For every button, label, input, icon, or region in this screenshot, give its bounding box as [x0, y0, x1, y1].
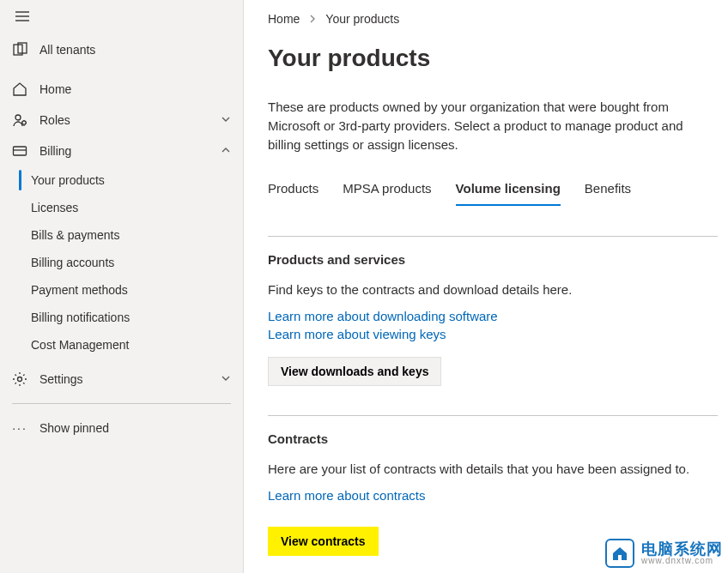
tenants-icon	[12, 42, 27, 57]
nav-home[interactable]: Home	[0, 74, 243, 105]
section-body: Here are your list of contracts with det…	[268, 461, 728, 476]
nav-sub-label: Bills & payments	[31, 228, 119, 242]
nav-sub-cost-management[interactable]: Cost Management	[0, 331, 243, 359]
nav-roles[interactable]: Roles	[0, 105, 243, 136]
roles-icon	[12, 112, 27, 128]
watermark-icon	[605, 539, 634, 568]
section-heading: Products and services	[268, 252, 728, 267]
section-products-services: Products and services Find keys to the c…	[268, 236, 728, 386]
nav-sub-label: Your products	[31, 173, 105, 187]
section-heading: Contracts	[268, 431, 728, 446]
section-rule	[268, 415, 718, 416]
nav-all-tenants[interactable]: All tenants	[0, 34, 243, 65]
nav-show-pinned[interactable]: ··· Show pinned	[0, 413, 243, 443]
chevron-down-icon	[221, 113, 231, 127]
view-contracts-button[interactable]: View contracts	[268, 527, 379, 556]
nav-sub-your-products[interactable]: Your products	[0, 166, 243, 194]
svg-rect-10	[618, 555, 622, 560]
home-icon	[12, 81, 27, 97]
section-body: Find keys to the contracts and download …	[268, 282, 728, 297]
tab-label: Products	[268, 181, 318, 196]
svg-rect-7	[14, 147, 27, 155]
tab-mpsa-products[interactable]: MPSA products	[343, 176, 431, 206]
nav-label: Settings	[39, 372, 221, 386]
divider	[12, 403, 231, 404]
watermark: 电脑系统网 www.dnxtw.com	[605, 539, 723, 568]
nav-billing[interactable]: Billing	[0, 136, 243, 166]
nav-sub-licenses[interactable]: Licenses	[0, 194, 243, 221]
nav-label: Home	[39, 82, 231, 96]
tab-label: Volume licensing	[456, 181, 561, 196]
nav-label: Show pinned	[39, 421, 231, 435]
nav-settings[interactable]: Settings	[0, 364, 243, 395]
breadcrumb-current: Your products	[325, 12, 399, 26]
main-content: Home Your products Your products These a…	[244, 0, 728, 573]
chevron-up-icon	[221, 144, 231, 158]
nav-sub-label: Billing notifications	[31, 311, 130, 324]
chevron-down-icon	[221, 372, 231, 386]
nav-sub-billing-notifications[interactable]: Billing notifications	[0, 304, 243, 331]
svg-point-6	[22, 121, 26, 124]
billing-icon	[12, 143, 27, 159]
nav-sub-payment-methods[interactable]: Payment methods	[0, 276, 243, 304]
tab-volume-licensing[interactable]: Volume licensing	[456, 176, 561, 206]
watermark-cn: 电脑系统网	[641, 541, 723, 557]
gear-icon	[12, 371, 27, 387]
nav-sub-label: Licenses	[31, 201, 78, 214]
svg-point-5	[15, 115, 21, 120]
hamburger-menu-button[interactable]	[5, 5, 39, 29]
ellipsis-icon: ···	[12, 420, 27, 436]
link-downloading-software[interactable]: Learn more about downloading software	[268, 309, 728, 323]
nav-sub-label: Billing accounts	[31, 256, 114, 269]
nav-sub-billing-accounts[interactable]: Billing accounts	[0, 249, 243, 276]
nav-label: Roles	[39, 113, 221, 127]
nav-sub-label: Cost Management	[31, 338, 129, 352]
tab-products[interactable]: Products	[268, 176, 318, 206]
nav-sub-bills-payments[interactable]: Bills & payments	[0, 221, 243, 249]
watermark-url: www.dnxtw.com	[641, 557, 723, 565]
breadcrumb-home[interactable]: Home	[268, 12, 300, 26]
chevron-right-icon	[308, 12, 317, 26]
tab-benefits[interactable]: Benefits	[585, 176, 631, 206]
link-contracts[interactable]: Learn more about contracts	[268, 488, 728, 503]
tabs: Products MPSA products Volume licensing …	[268, 176, 728, 207]
link-viewing-keys[interactable]: Learn more about viewing keys	[268, 327, 728, 341]
section-contracts: Contracts Here are your list of contract…	[268, 415, 728, 556]
page-lead: These are products owned by your organiz…	[268, 98, 714, 154]
tab-label: Benefits	[585, 181, 631, 196]
watermark-text: 电脑系统网 www.dnxtw.com	[641, 541, 723, 565]
svg-point-9	[18, 377, 22, 382]
section-rule	[268, 236, 718, 237]
nav-label: Billing	[39, 144, 221, 158]
nav-sub-label: Payment methods	[31, 283, 128, 297]
breadcrumb: Home Your products	[268, 12, 728, 26]
nav-label: All tenants	[39, 43, 231, 57]
hamburger-icon	[15, 10, 29, 24]
tab-label: MPSA products	[343, 181, 431, 196]
page-title: Your products	[268, 45, 728, 72]
sidebar: All tenants Home Roles Billing Your prod…	[0, 0, 244, 573]
view-downloads-keys-button[interactable]: View downloads and keys	[268, 357, 441, 386]
